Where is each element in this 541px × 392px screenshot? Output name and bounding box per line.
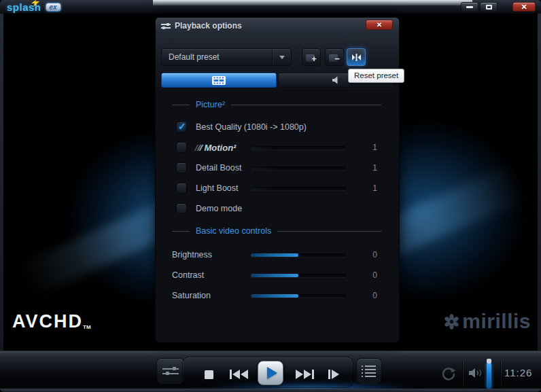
window-frame-bottom: [0, 389, 541, 392]
reset-preset-tooltip: Reset preset: [348, 69, 404, 83]
demo-mode-label: Demo mode: [196, 198, 242, 219]
play-icon: [267, 367, 277, 379]
dialog-close-button[interactable]: ✕: [366, 20, 393, 30]
light-boost-slider[interactable]: [251, 187, 346, 190]
contrast-slider[interactable]: [251, 274, 346, 277]
basic-controls-section-title: Basic video controls: [196, 226, 271, 236]
close-icon: ✕: [521, 3, 527, 11]
contrast-value: 0: [357, 265, 377, 285]
preset-dropdown[interactable]: Default preset: [161, 48, 292, 66]
titlebar: splash ex ✕: [0, 0, 541, 14]
check-icon: ✓: [178, 122, 186, 131]
light-boost-checkbox[interactable]: ✓: [176, 183, 187, 194]
preset-row: Default preset + −: [156, 48, 399, 66]
repeat-button[interactable]: [441, 366, 456, 381]
step-forward-button[interactable]: [328, 370, 339, 379]
demo-mode-checkbox[interactable]: ✓: [176, 203, 187, 214]
contrast-row: Contrast 0: [156, 265, 399, 285]
spark-icon: [31, 0, 39, 7]
best-quality-checkbox[interactable]: ✓: [176, 122, 187, 132]
playlist-icon: [362, 366, 377, 377]
detail-boost-label: Detail Boost: [196, 158, 241, 178]
playback-settings-button[interactable]: [156, 358, 185, 384]
brightness-slider[interactable]: [251, 253, 346, 257]
add-preset-icon: +: [306, 52, 317, 63]
close-icon: ✕: [377, 22, 382, 29]
preset-dropdown-caret[interactable]: [272, 49, 291, 65]
motion-value: 1: [357, 137, 377, 158]
next-button[interactable]: [296, 370, 314, 379]
bar-divider: [463, 361, 464, 387]
saturation-slider[interactable]: [251, 294, 346, 298]
bottom-control-bar: 11:26: [0, 351, 541, 392]
saturation-row: Saturation 0: [156, 285, 399, 306]
preset-dropdown-value: Default preset: [162, 52, 272, 62]
film-icon: [212, 76, 226, 85]
close-window-button[interactable]: ✕: [512, 2, 536, 12]
stop-button[interactable]: [205, 370, 213, 379]
volume-icon[interactable]: [469, 368, 485, 378]
motion-row: ✓ Motion² 1: [156, 137, 399, 158]
dialog-title: Playback options: [175, 21, 242, 31]
saturation-value: 0: [357, 285, 377, 306]
light-boost-row: ✓ Light Boost 1: [156, 178, 399, 198]
light-boost-label: Light Boost: [196, 178, 239, 198]
brightness-label: Brightness: [172, 245, 212, 265]
step-forward-icon: [328, 370, 330, 379]
add-preset-button[interactable]: +: [302, 48, 321, 66]
minimize-button[interactable]: [461, 2, 478, 12]
minimize-icon: [466, 6, 473, 8]
saturation-label: Saturation: [172, 285, 211, 306]
stop-icon: [205, 370, 213, 379]
speaker-icon: [332, 76, 341, 84]
next-icon: [296, 370, 303, 379]
detail-boost-slider[interactable]: [251, 166, 346, 170]
detail-boost-value: 1: [357, 158, 377, 178]
light-boost-value: 1: [357, 178, 377, 198]
detail-boost-row: ✓ Detail Boost 1: [156, 158, 399, 178]
splash-player-window: splash ex ✕ AVCHDTM: [0, 0, 541, 392]
motion-slider[interactable]: [251, 146, 346, 149]
tab-video[interactable]: [161, 73, 277, 88]
picture-section-title: Picture²: [196, 100, 225, 109]
motion-bars-icon: [196, 145, 203, 151]
demo-mode-row: ✓ Demo mode: [156, 198, 399, 219]
options-icon: [161, 22, 171, 30]
brightness-row: Brightness 0: [156, 245, 399, 265]
settings-sliders-icon: [162, 366, 179, 376]
avchd-logo: AVCHDTM: [12, 311, 91, 332]
mirillis-flower-icon: [443, 313, 460, 330]
previous-button[interactable]: [230, 370, 248, 379]
best-quality-row: ✓ Best Quality (1080i -> 1080p): [156, 117, 399, 137]
contrast-label: Contrast: [172, 265, 204, 285]
best-quality-label: Best Quality (1080i -> 1080p): [196, 117, 307, 137]
playlist-button[interactable]: [356, 358, 382, 384]
play-button[interactable]: [258, 361, 283, 385]
remove-preset-button[interactable]: −: [325, 48, 344, 66]
mirillis-logo: mirillis: [443, 310, 531, 333]
basic-controls-section-header: Basic video controls: [172, 224, 381, 238]
detail-boost-checkbox[interactable]: ✓: [176, 162, 187, 173]
motion-checkbox[interactable]: ✓: [176, 142, 187, 153]
titlebar-sheen: [153, 0, 472, 5]
bar-divider: [501, 361, 502, 387]
brightness-value: 0: [357, 245, 377, 265]
reset-preset-icon: [351, 54, 362, 61]
motion-label: Motion²: [205, 143, 237, 153]
avchd-tm: TM: [83, 324, 91, 330]
maximize-button[interactable]: [480, 2, 498, 12]
picture-section-header: Picture²: [172, 98, 381, 111]
clock-display: 11:26: [504, 366, 536, 380]
playback-options-dialog: Playback options ✕ Default preset + −: [155, 17, 400, 343]
reset-preset-button[interactable]: [347, 48, 366, 66]
dialog-header: Playback options ✕: [156, 18, 399, 34]
volume-slider[interactable]: [487, 359, 491, 389]
mirillis-text: mirillis: [462, 310, 531, 333]
app-logo-badge: ex: [46, 3, 61, 12]
app-logo: splash ex: [7, 1, 61, 13]
transport-controls-group: [182, 357, 353, 388]
volume-knob[interactable]: [487, 359, 491, 363]
previous-icon: [230, 370, 232, 379]
volume-fill: [487, 363, 491, 389]
maximize-icon: [486, 5, 492, 10]
